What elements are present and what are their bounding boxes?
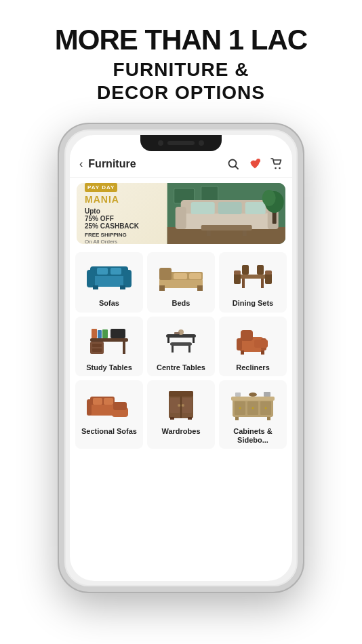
phone-frame: ‹ Furniture bbox=[59, 124, 303, 592]
svg-rect-33 bbox=[159, 285, 165, 291]
phone-mockup: ‹ Furniture bbox=[59, 124, 303, 592]
svg-rect-38 bbox=[242, 279, 245, 288]
svg-point-92 bbox=[239, 407, 241, 409]
cabinets-image bbox=[228, 386, 277, 423]
svg-rect-65 bbox=[241, 330, 253, 341]
category-study-tables[interactable]: Study Tables bbox=[75, 317, 143, 376]
category-recliners[interactable]: Recliners bbox=[219, 317, 287, 376]
beds-image bbox=[157, 258, 205, 295]
svg-rect-47 bbox=[90, 342, 104, 354]
hero-section: MORE THAN 1 LAC FURNITURE &DECOR OPTIONS bbox=[41, 0, 321, 117]
svg-rect-11 bbox=[175, 207, 186, 229]
svg-rect-32 bbox=[159, 268, 172, 280]
svg-rect-83 bbox=[170, 417, 174, 420]
svg-rect-27 bbox=[120, 285, 125, 289]
svg-rect-23 bbox=[90, 266, 128, 276]
hero-line2: FURNITURE &DECOR OPTIONS bbox=[55, 58, 307, 104]
svg-point-4 bbox=[279, 167, 281, 169]
cabinets-icon bbox=[228, 387, 277, 421]
svg-point-3 bbox=[275, 167, 277, 169]
svg-rect-55 bbox=[117, 337, 119, 338]
centre-tables-image bbox=[157, 322, 205, 359]
svg-rect-14 bbox=[218, 202, 241, 214]
svg-rect-24 bbox=[87, 270, 95, 287]
svg-rect-46 bbox=[90, 338, 128, 342]
dining-sets-label: Dining Sets bbox=[233, 299, 274, 308]
category-sofas[interactable]: Sofas bbox=[75, 252, 143, 312]
svg-rect-40 bbox=[234, 273, 241, 284]
category-dining-sets[interactable]: Dining Sets bbox=[219, 252, 287, 312]
svg-rect-35 bbox=[174, 273, 187, 279]
study-tables-label: Study Tables bbox=[86, 363, 132, 372]
banner-offer: Upto75% OFF25% CASHBACK bbox=[85, 207, 163, 230]
category-sectional-sofas[interactable]: Sectional Sofas bbox=[75, 380, 143, 449]
svg-line-1 bbox=[236, 167, 239, 169]
svg-rect-36 bbox=[189, 273, 201, 279]
svg-rect-50 bbox=[123, 342, 125, 354]
recliners-icon bbox=[228, 323, 277, 357]
category-beds[interactable]: Beds bbox=[147, 252, 215, 312]
beds-label: Beds bbox=[172, 299, 190, 308]
notch-sensor bbox=[199, 140, 204, 146]
svg-rect-58 bbox=[167, 338, 169, 343]
wardrobes-image bbox=[157, 386, 205, 423]
svg-rect-74 bbox=[113, 402, 127, 410]
notch-camera bbox=[158, 140, 163, 146]
search-icon[interactable] bbox=[227, 158, 239, 170]
phone-notch bbox=[140, 135, 222, 151]
svg-rect-30 bbox=[159, 279, 203, 288]
study-tables-image bbox=[85, 322, 134, 359]
svg-rect-42 bbox=[265, 273, 272, 284]
sectional-sofas-image bbox=[85, 386, 134, 423]
svg-rect-82 bbox=[169, 391, 193, 397]
svg-rect-41 bbox=[234, 270, 241, 275]
centre-tables-label: Centre Tables bbox=[157, 363, 205, 372]
svg-rect-88 bbox=[231, 397, 275, 401]
beds-icon bbox=[157, 260, 205, 294]
svg-rect-54 bbox=[110, 329, 125, 338]
svg-rect-99 bbox=[264, 392, 270, 397]
svg-rect-96 bbox=[267, 417, 270, 420]
svg-point-98 bbox=[249, 393, 257, 397]
recliners-image bbox=[228, 322, 277, 359]
banner-image-area bbox=[171, 183, 285, 244]
svg-rect-13 bbox=[190, 202, 214, 214]
category-wardrobes[interactable]: Wardrobes bbox=[147, 380, 215, 449]
banner-tagline: MANIA bbox=[85, 195, 163, 205]
recliners-label: Recliners bbox=[236, 363, 270, 372]
back-button[interactable]: ‹ bbox=[79, 158, 83, 170]
banner-text-area: PAY DAY MANIA Upto75% OFF25% CASHBACK FR… bbox=[77, 183, 171, 244]
sectional-sofas-label: Sectional Sofas bbox=[81, 427, 137, 436]
sectional-sofas-icon bbox=[85, 387, 134, 421]
svg-rect-53 bbox=[102, 329, 108, 338]
dining-sets-image bbox=[228, 258, 277, 295]
svg-rect-45 bbox=[257, 265, 264, 275]
svg-rect-52 bbox=[98, 330, 102, 338]
svg-point-21 bbox=[262, 190, 275, 206]
svg-rect-44 bbox=[242, 265, 249, 275]
cart-icon[interactable] bbox=[270, 158, 283, 170]
svg-point-93 bbox=[252, 407, 254, 409]
svg-rect-28 bbox=[97, 268, 108, 275]
svg-rect-29 bbox=[110, 268, 121, 275]
promo-banner[interactable]: PAY DAY MANIA Upto75% OFF25% CASHBACK FR… bbox=[77, 183, 285, 244]
nav-title: Furniture bbox=[88, 158, 227, 170]
svg-rect-34 bbox=[197, 285, 203, 291]
category-centre-tables[interactable]: Centre Tables bbox=[147, 317, 215, 376]
svg-rect-15 bbox=[245, 202, 265, 214]
svg-rect-66 bbox=[237, 338, 242, 350]
wardrobes-label: Wardrobes bbox=[161, 427, 200, 436]
svg-rect-48 bbox=[92, 344, 102, 347]
centre-tables-icon bbox=[157, 323, 205, 357]
wishlist-icon[interactable] bbox=[249, 158, 261, 170]
category-grid: Sofas bbox=[75, 252, 287, 449]
svg-rect-43 bbox=[265, 270, 272, 275]
study-tables-icon bbox=[85, 323, 134, 357]
nav-bar: ‹ Furniture bbox=[70, 151, 292, 178]
svg-rect-76 bbox=[93, 398, 102, 405]
svg-rect-37 bbox=[239, 275, 266, 279]
svg-rect-68 bbox=[254, 340, 268, 348]
svg-rect-59 bbox=[193, 338, 195, 343]
banner-tag: PAY DAY bbox=[85, 183, 117, 192]
category-cabinets[interactable]: Cabinets & Sidebo... bbox=[219, 380, 287, 449]
